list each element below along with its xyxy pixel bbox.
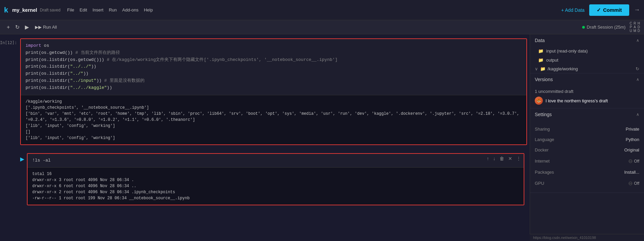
move-down-button[interactable]: ↓ [492, 155, 497, 162]
settings-section-header[interactable]: Settings ∧ [530, 108, 644, 120]
menu-help[interactable]: Help [144, 7, 153, 12]
settings-key-packages: Packages [535, 170, 554, 175]
cell-2-output: total 16 drwxr-xr-x 3 root root 4096 Nov… [28, 167, 524, 205]
gpu-toggle[interactable]: ⊖ Off [628, 180, 639, 186]
sidebar: Data ∧ 📁 input (read-only data) 📁 output… [530, 34, 644, 241]
ram-col-icon: RAM [633, 22, 636, 33]
cell-1: In[12]: import os print(os.getcwd()) # 当… [0, 37, 530, 146]
data-section: Data ∧ 📁 input (read-only data) 📁 output… [530, 34, 644, 73]
cell-2-input[interactable]: !ls -al [28, 154, 524, 168]
session-label: Draft Session (25m) [587, 25, 626, 30]
menu-run[interactable]: Run [109, 7, 117, 12]
refresh-folder-button[interactable]: ↻ [636, 66, 639, 71]
close-cell-button[interactable]: ✕ [507, 155, 514, 162]
hdd-col-icon: HDD [638, 22, 640, 33]
sidebar-item-output-label: output [546, 58, 558, 63]
settings-section-collapse-icon: ∧ [636, 112, 639, 117]
url-bar: https://blog.csdn.net/weixin_41010198 [530, 234, 644, 241]
settings-key-docker: Docker [535, 147, 549, 152]
menu-file[interactable]: File [67, 7, 74, 12]
settings-key-sharing: Sharing [535, 127, 550, 132]
settings-row-docker: Docker Original [530, 145, 644, 155]
versions-section-collapse-icon: ∧ [636, 77, 639, 82]
settings-key-internet: Internet [535, 159, 550, 164]
folder-icon-kaggle: 📁 [540, 66, 546, 71]
kaggle-logo: k [4, 6, 8, 14]
menu-edit[interactable]: Edit [80, 7, 87, 12]
draft-item: 🐯 I love the northern tigress's draft [535, 97, 639, 105]
session-indicator: Draft Session (25m) [582, 25, 626, 30]
add-cell-button[interactable]: + [4, 23, 12, 32]
cpu-col-icon: CPU [630, 22, 632, 33]
sidebar-folder-kaggle[interactable]: ∨ 📁 /kaggle/working ↻ [530, 65, 644, 73]
draft-label: I love the northern tigress's draft [546, 98, 608, 103]
topbar: k my_kernel Draft saved File Edit Insert… [0, 0, 644, 20]
sidebar-item-output[interactable]: 📁 output [530, 56, 644, 65]
notebook-title: my_kernel [12, 7, 37, 13]
settings-val-docker[interactable]: Original [624, 147, 639, 152]
delete-cell-button[interactable]: 🗑 [498, 155, 506, 162]
cell-1-input[interactable]: import os print(os.getcwd()) # 当前文件所在的路径… [21, 39, 526, 95]
settings-key-gpu: GPU [535, 181, 544, 186]
chevron-down-icon: ∨ [535, 66, 538, 71]
notebook: In[12]: import os print(os.getcwd()) # 当… [0, 34, 530, 241]
settings-val-sharing[interactable]: Private [626, 127, 639, 132]
cell-2-toolbar: ↑ ↓ 🗑 ✕ ⋮ [485, 155, 522, 162]
versions-content: 1 uncommitted draft 🐯 I love the norther… [530, 85, 644, 108]
settings-row-internet: Internet ⊖ Off [530, 155, 644, 167]
data-section-collapse-icon: ∧ [636, 38, 639, 43]
sidebar-item-input-label: input (read-only data) [546, 48, 588, 54]
draft-status: Draft saved [40, 8, 60, 12]
cell-2: ▶ ↑ ↓ 🗑 ✕ ⋮ !ls -al total 16 drwxr-xr-x … [0, 152, 530, 207]
toggle-off-icon: ⊖ [628, 158, 633, 164]
versions-section-title: Versions [535, 77, 553, 82]
cell-2-index [0, 153, 20, 155]
menu-addons[interactable]: Add-ons [122, 7, 138, 12]
sidebar-folder-kaggle-label: /kaggle/working [548, 66, 578, 71]
cell-1-content: import os print(os.getcwd()) # 当前文件所在的路径… [20, 38, 527, 145]
data-section-title: Data [535, 38, 545, 43]
gpu-toggle-off-icon: ⊖ [628, 180, 633, 186]
versions-section-header[interactable]: Versions ∧ [530, 73, 644, 85]
column-icons: CPU RAM HDD [630, 22, 640, 33]
cell-2-content: ↑ ↓ 🗑 ✕ ⋮ !ls -al total 16 drwxr-xr-x 3 … [27, 153, 524, 206]
internet-toggle-label: Off [634, 159, 639, 164]
main-area: In[12]: import os print(os.getcwd()) # 当… [0, 34, 644, 241]
add-data-button[interactable]: + Add Data [561, 7, 585, 13]
settings-row-sharing: Sharing Private [530, 124, 644, 134]
cell-1-output: /kaggle/working ['.ipynb_checkpoints', '… [21, 95, 526, 144]
menu-bar: File Edit Insert Run Add-ons Help [67, 7, 153, 12]
run-button[interactable]: ▶ [22, 23, 32, 32]
commit-check-icon: ✓ [597, 7, 601, 13]
sidebar-item-input[interactable]: 📁 input (read-only data) [530, 46, 644, 56]
toolbar: + ↻ ▶ ▶▶ Run All Draft Session (25m) CPU… [0, 20, 644, 34]
settings-val-language[interactable]: Python [626, 137, 639, 142]
topbar-right: + Add Data ✓ Commit → [561, 4, 640, 16]
cell-1-index: In[12]: [0, 38, 20, 45]
more-options-button[interactable]: ⋮ [515, 155, 522, 162]
menu-insert[interactable]: Insert [92, 7, 104, 12]
internet-toggle[interactable]: ⊖ Off [628, 158, 639, 164]
expand-icon[interactable]: → [634, 6, 640, 13]
cell-2-play-button[interactable]: ▶ [20, 156, 24, 162]
settings-row-packages: Packages Install... [530, 167, 644, 177]
gpu-toggle-label: Off [634, 181, 639, 186]
run-all-button[interactable]: ▶▶ Run All [32, 23, 60, 31]
folder-icon-output: 📁 [538, 58, 544, 63]
draft-avatar: 🐯 [535, 97, 543, 105]
settings-section-title: Settings [535, 112, 552, 117]
versions-section: Versions ∧ 1 uncommitted draft 🐯 I love … [530, 73, 644, 108]
commit-button[interactable]: ✓ Commit [589, 4, 629, 16]
settings-val-packages[interactable]: Install... [624, 170, 639, 175]
move-up-button[interactable]: ↑ [485, 155, 490, 162]
folder-icon-input: 📁 [538, 48, 544, 54]
settings-row-language: Language Python [530, 134, 644, 145]
uncommitted-label: 1 uncommitted draft [535, 89, 639, 94]
settings-key-language: Language [535, 137, 554, 142]
settings-section: Settings ∧ Sharing Private Language Pyth… [530, 108, 644, 193]
data-section-header[interactable]: Data ∧ [530, 34, 644, 46]
settings-content: Sharing Private Language Python Docker O… [530, 120, 644, 193]
refresh-button[interactable]: ↻ [12, 23, 22, 32]
session-dot [582, 26, 585, 29]
settings-row-gpu: GPU ⊖ Off [530, 177, 644, 189]
